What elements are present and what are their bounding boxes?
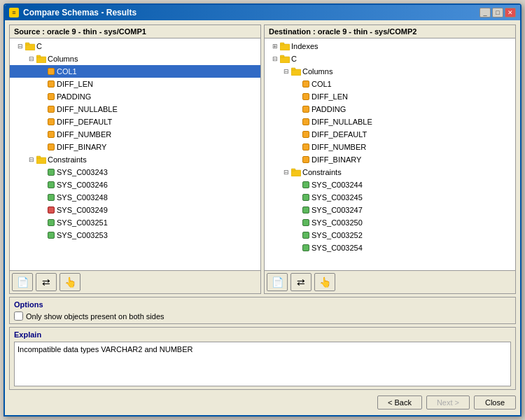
expand-icon[interactable]: ⊞ (270, 41, 280, 51)
item-label: SYS_C003252 (312, 230, 363, 241)
expand-icon[interactable]: ⊟ (281, 66, 291, 76)
svg-rect-11 (291, 68, 295, 70)
status-dot (48, 232, 55, 239)
status-dot (302, 144, 309, 150)
folder-icon (280, 42, 290, 50)
svg-rect-6 (280, 44, 290, 50)
tree-item-diff_len[interactable]: DIFF_LEN (10, 78, 260, 90)
tree-item-sysc245[interactable]: SYS_C003245 (265, 191, 515, 204)
dest-sync-button[interactable]: ⇄ (290, 273, 312, 291)
tree-item-diff_number[interactable]: DIFF_NUMBER (10, 128, 260, 141)
title-controls: _ □ ✕ (479, 8, 516, 18)
explain-text: Incompatible data types VARCHAR2 and NUM… (14, 342, 511, 386)
dest-action-button[interactable]: 👆 (314, 273, 335, 291)
item-label: Columns (48, 53, 78, 64)
window-icon: ≡ (9, 8, 19, 18)
expand-icon[interactable]: ⊟ (27, 155, 36, 164)
item-label: Columns (302, 66, 332, 77)
tree-item-diff_number[interactable]: DIFF_NUMBER (265, 141, 515, 153)
tree-item-constraints[interactable]: ⊟ Constraints (265, 166, 515, 178)
tree-item-sysc247[interactable]: SYS_C003247 (265, 204, 515, 216)
tree-item-sysc253[interactable]: SYS_C003253 (10, 229, 260, 241)
status-dot (48, 169, 55, 176)
minimize-button[interactable]: _ (479, 8, 491, 18)
folder-icon (291, 67, 301, 76)
tree-item-sysc246[interactable]: SYS_C003246 (10, 178, 260, 191)
tree-item-sysc254[interactable]: SYS_C003254 (265, 241, 515, 254)
tree-item-padding[interactable]: PADDING (10, 90, 260, 103)
svg-rect-13 (291, 169, 295, 171)
tree-item-columns[interactable]: ⊟ Columns (265, 65, 515, 78)
tree-item-indexes[interactable]: ⊞ Indexes (265, 40, 515, 52)
tree-item-diff_default[interactable]: DIFF_DEFAULT (10, 115, 260, 128)
both-sides-checkbox[interactable] (14, 312, 23, 321)
tree-item-sysc243[interactable]: SYS_C003243 (10, 166, 260, 178)
window-close-button[interactable]: ✕ (505, 8, 516, 18)
status-dot (302, 93, 309, 100)
folder-icon (36, 55, 46, 63)
destination-panel-header: Destination : oracle 9 - thin - sys/COMP… (265, 25, 515, 38)
expand-icon[interactable]: ⊟ (270, 54, 280, 64)
status-dot (48, 93, 55, 100)
tree-item-padding[interactable]: PADDING (265, 103, 515, 115)
destination-tree[interactable]: ⊞ Indexes⊟ C⊟ ColumnsCOL1DIFF_LENPADDING… (265, 38, 515, 270)
tree-item-sysc252[interactable]: SYS_C003252 (265, 229, 515, 241)
status-dot (48, 68, 55, 75)
tree-item-diff_default[interactable]: DIFF_DEFAULT (265, 128, 515, 141)
folder-icon (36, 155, 46, 164)
expand-icon[interactable]: ⊟ (27, 54, 36, 64)
svg-rect-9 (280, 55, 284, 57)
tree-item-diff_nullable[interactable]: DIFF_NULLABLE (10, 103, 260, 115)
destination-panel-buttons: 📄 ⇄ 👆 (265, 270, 515, 293)
tree-item-c-root[interactable]: ⊟ C (10, 40, 260, 52)
status-dot (302, 156, 309, 163)
close-button[interactable]: Close (474, 396, 516, 410)
svg-rect-12 (291, 170, 301, 176)
svg-rect-10 (291, 69, 301, 76)
tree-item-sysc244[interactable]: SYS_C003244 (265, 178, 515, 191)
tree-item-diff_len[interactable]: DIFF_LEN (265, 90, 515, 103)
maximize-button[interactable]: □ (492, 8, 503, 18)
item-label: SYS_C003247 (312, 204, 363, 216)
window-title: Compare Schemas - Results (23, 8, 136, 18)
item-label: C (36, 41, 42, 52)
tree-item-sysc251[interactable]: SYS_C003251 (10, 216, 260, 229)
svg-rect-4 (36, 158, 46, 164)
tree-item-diff_nullable[interactable]: DIFF_NULLABLE (265, 115, 515, 128)
item-label: SYS_C003249 (57, 204, 108, 216)
options-section: Options Only show objects present on bot… (9, 297, 516, 324)
back-button[interactable]: < Back (377, 396, 422, 410)
status-dot (48, 219, 55, 226)
tree-item-sysc250[interactable]: SYS_C003250 (265, 216, 515, 229)
tree-item-sysc248[interactable]: SYS_C003248 (10, 191, 260, 204)
status-dot (48, 194, 55, 201)
item-label: Constraints (302, 167, 342, 178)
tree-item-constraints[interactable]: ⊟ Constraints (10, 153, 260, 166)
status-dot (302, 118, 309, 125)
dest-doc-button[interactable]: 📄 (267, 273, 288, 291)
next-button[interactable]: Next > (426, 396, 470, 410)
source-panel-buttons: 📄 ⇄ 👆 (10, 270, 260, 293)
tree-item-c-root[interactable]: ⊟ C (265, 52, 515, 65)
title-bar: ≡ Compare Schemas - Results _ □ ✕ (5, 5, 520, 20)
tree-item-diff_binary[interactable]: DIFF_BINARY (10, 141, 260, 153)
source-tree[interactable]: ⊟ C⊟ ColumnsCOL1DIFF_LENPADDINGDIFF_NULL… (10, 38, 260, 270)
bottom-buttons: < Back Next > Close (9, 393, 516, 411)
status-dot (48, 181, 55, 188)
item-label: COL1 (312, 78, 332, 90)
tree-item-col1[interactable]: COL1 (10, 65, 260, 78)
tree-item-diff_binary[interactable]: DIFF_BINARY (265, 153, 515, 166)
tree-item-columns[interactable]: ⊟ Columns (10, 52, 260, 65)
tree-item-sysc249[interactable]: SYS_C003249 (10, 204, 260, 216)
expand-icon[interactable]: ⊟ (15, 41, 25, 51)
status-dot (302, 181, 309, 188)
source-sync-button[interactable]: ⇄ (36, 273, 57, 291)
tree-item-col1[interactable]: COL1 (265, 78, 515, 90)
status-dot (48, 118, 55, 125)
item-label: DIFF_LEN (57, 78, 93, 90)
svg-rect-0 (25, 44, 35, 50)
source-action-button[interactable]: 👆 (59, 273, 80, 291)
item-label: DIFF_BINARY (312, 154, 361, 165)
expand-icon[interactable]: ⊟ (281, 167, 291, 177)
source-doc-button[interactable]: 📄 (12, 273, 33, 291)
